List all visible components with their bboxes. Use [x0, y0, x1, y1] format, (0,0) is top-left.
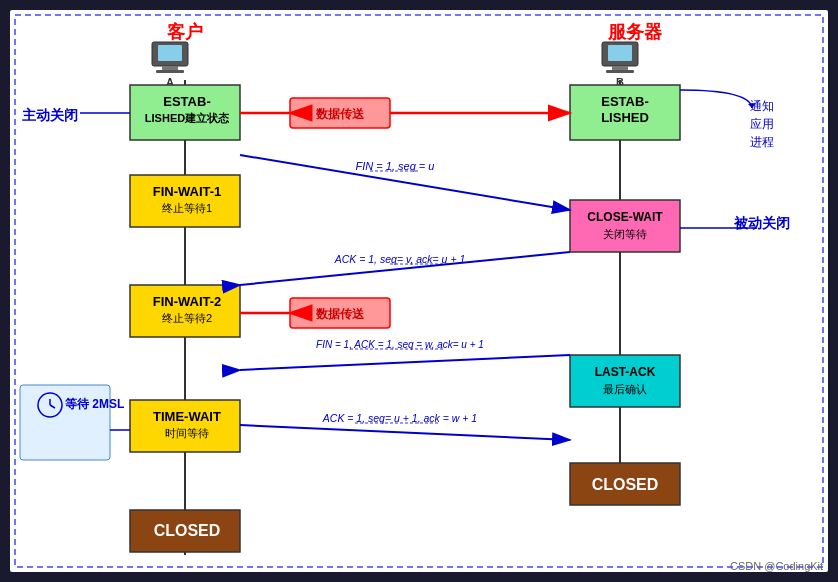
fin2-label: FIN = 1, ACK = 1, seq = w, ack= u + 1	[316, 339, 484, 350]
active-close-label: 主动关闭	[22, 107, 78, 123]
established-client-label1: ESTAB-	[163, 94, 210, 109]
ack1-label: ACK = 1, seq= v, ack= u + 1	[334, 253, 466, 265]
last-ack-label1: LAST-ACK	[595, 365, 656, 379]
fin-wait-2-label2: 终止等待2	[162, 312, 212, 324]
closed-server-label: CLOSED	[592, 476, 659, 493]
main-diagram: 客户 服务器 A B ESTAB- LISHED建立状态	[0, 0, 838, 582]
svg-rect-10	[612, 66, 628, 70]
close-wait-label2: 关闭等待	[603, 228, 647, 240]
watermark: CSDN @CodingKit	[730, 560, 823, 572]
fin-wait-1-box	[130, 175, 240, 227]
established-client-label2: LISHED建立状态	[145, 112, 230, 124]
svg-rect-11	[606, 70, 634, 73]
close-wait-label1: CLOSE-WAIT	[587, 210, 663, 224]
diagram-svg: 客户 服务器 A B ESTAB- LISHED建立状态	[0, 0, 838, 582]
fin-wait-2-box	[130, 285, 240, 337]
svg-rect-4	[158, 45, 182, 61]
wait-2msl-label: 等待 2MSL	[65, 397, 124, 411]
client-title: 客户	[167, 21, 203, 42]
data-transfer-2-label: 数据传送	[315, 307, 365, 321]
fin1-label: FIN = 1, seq = u	[356, 160, 435, 172]
last-ack-label2: 最后确认	[603, 383, 647, 395]
notify-label-2: 应用	[750, 117, 774, 131]
last-ack-box	[570, 355, 680, 407]
time-wait-label2: 时间等待	[165, 427, 209, 439]
fin-wait-2-label1: FIN-WAIT-2	[153, 294, 222, 309]
close-wait-box	[570, 200, 680, 252]
established-server-label2: LISHED	[601, 110, 649, 125]
data-transfer-1-label: 数据传送	[315, 107, 365, 121]
time-wait-box	[130, 400, 240, 452]
svg-rect-5	[162, 66, 178, 70]
svg-rect-6	[156, 70, 184, 73]
svg-rect-9	[608, 45, 632, 61]
closed-client-label: CLOSED	[154, 522, 221, 539]
server-title: 服务器	[607, 22, 663, 42]
fin-wait-1-label2: 终止等待1	[162, 202, 212, 214]
ack2-label: ACK = 1, seq= u + 1, ack = w + 1	[322, 412, 477, 424]
fin-wait-1-label1: FIN-WAIT-1	[153, 184, 222, 199]
time-wait-label1: TIME-WAIT	[153, 409, 221, 424]
established-server-label1: ESTAB-	[601, 94, 648, 109]
notify-label-3: 进程	[750, 135, 774, 149]
